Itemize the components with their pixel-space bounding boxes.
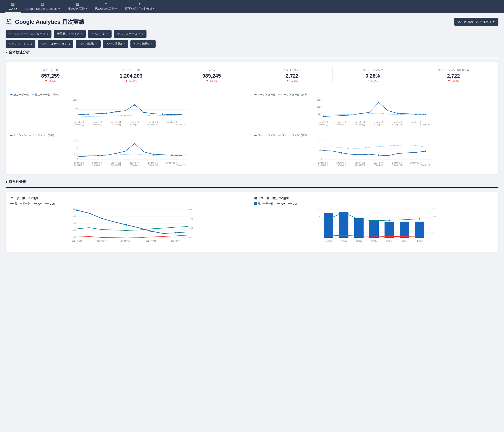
svg-point-90: [323, 150, 324, 151]
svg-text:50万: 50万: [318, 113, 322, 115]
timeseries-card: ユーザー数、CV傾向 総ユーザー数 CV CVR: [6, 192, 498, 252]
filter-source-media-label: 参照元／メディア: [57, 32, 80, 36]
user-trend-legend-cv: CV: [34, 202, 42, 205]
svg-text:2024年10月: 2024年10月: [148, 164, 159, 166]
kpi-conversion-rate-value: 0.28%: [333, 73, 412, 79]
sessions-legend-current: セッション: [10, 134, 26, 137]
facebook-ads-text: Facebook広告: [95, 7, 115, 11]
filter-page-hierarchy3[interactable]: ページ階層3 ▾: [130, 40, 156, 48]
svg-text:2024年1月: 2024年1月: [74, 162, 84, 164]
user-trend-legend-cvr: CVR: [45, 202, 55, 205]
svg-text:2024年9月: 2024年9月: [148, 162, 158, 164]
user-trend-legend-users-label: 総ユーザー数: [15, 202, 30, 205]
svg-text:月曜日: 月曜日: [341, 240, 347, 242]
google-ads-dropdown-arrow: ▾: [86, 8, 87, 10]
section-timeseries-text: 時系列分析: [9, 180, 26, 184]
svg-text:1.5万: 1.5万: [432, 216, 437, 218]
svg-text:2024年7月: 2024年7月: [129, 162, 140, 164]
bar-saturday: [415, 221, 424, 238]
google-ads-icon: ▦: [76, 2, 79, 6]
user-trend-title: ユーザー数、CV傾向: [10, 196, 250, 200]
filter-page-hierarchy1[interactable]: ページ階層1 ▾: [76, 40, 101, 48]
svg-text:2024年6月: 2024年6月: [111, 164, 121, 166]
svg-text:日曜日: 日曜日: [326, 240, 332, 242]
svg-text:0: 0: [77, 118, 78, 120]
dayofweek-legend-users-box: [254, 202, 257, 205]
nav-item-facebook-ads[interactable]: ✦ Facebook広告 ▾: [91, 0, 121, 13]
charts-grid: 総ユーザー数 総ユーザー数（前年） 100万 50万 0: [10, 93, 494, 169]
filter-page-location[interactable]: ページ ロケーション ▾: [38, 40, 73, 48]
nav-item-ga4[interactable]: ▦ GA4 ▾: [5, 1, 21, 13]
filter-event-name[interactable]: イベント名 ▾: [88, 30, 112, 38]
filter-event-name-label: イベント名: [91, 32, 105, 36]
svg-text:2024年8月: 2024年8月: [129, 164, 140, 166]
sessions-legend-prev: セッション（前年）: [29, 134, 55, 137]
svg-point-152: [404, 219, 405, 221]
user-trend-legend-cvr-label: CVR: [50, 202, 55, 205]
dayofweek-legend-users: 総ユーザー数: [254, 202, 273, 205]
svg-text:500: 500: [319, 149, 322, 151]
svg-point-148: [343, 212, 344, 213]
filter-event-name-arrow: ▾: [107, 33, 108, 35]
filter-page-title[interactable]: ページ タイトル ▾: [6, 40, 36, 48]
dayofweek-legend-cvr-line: [288, 203, 292, 204]
facebook-ads-dropdown-arrow: ▾: [116, 8, 117, 10]
svg-text:15: 15: [318, 216, 320, 218]
svg-point-7: [87, 113, 89, 115]
filter-page-location-label: ページ ロケーション: [41, 42, 67, 46]
svg-text:400: 400: [189, 218, 193, 220]
sessions-chart-svg: 150万 100万 50万 0 2: [10, 138, 250, 169]
nav-item-gsc[interactable]: ▦ Google Search Console ▾: [21, 1, 64, 13]
filter-page-hierarchy2-label: ページ階層2: [106, 42, 122, 46]
kpi-pageviews-value: 1,204,203: [92, 73, 170, 79]
users-chart-svg: 100万 50万 0: [10, 98, 250, 128]
svg-point-66: [97, 155, 98, 156]
svg-text:0: 0: [77, 158, 78, 160]
svg-text:2024年2月: 2024年2月: [318, 123, 328, 126]
kpi-conversion-lp-label: コンバージョン 着地見込み: [414, 68, 493, 72]
kpi-pageviews: ページビュー数 1,204,203 ▼ -66.6%: [91, 67, 171, 84]
svg-point-41: [378, 102, 379, 103]
users-legend-dot-current: [10, 94, 13, 95]
users-chart-legend: 総ユーザー数 総ユーザー数（前年）: [10, 93, 250, 96]
kpi-conversion-rate-label: コンバージョン率: [333, 68, 412, 72]
svg-point-91: [341, 152, 342, 154]
date-range-button[interactable]: 2024/01/01 - 2024/12/31 ▾: [454, 18, 498, 26]
date-range-arrow: ▾: [493, 20, 495, 24]
svg-text:0: 0: [321, 158, 322, 160]
page-header: atarayo Google Analytics 月次実績 2024/01/01…: [6, 18, 498, 26]
svg-point-125: [126, 224, 127, 226]
gsc-label: Google Search Console ▾: [25, 7, 60, 10]
filter-source-media[interactable]: 参照元／メディア ▾: [54, 30, 86, 38]
kpi-conversion-lp-change: ▼ -52.2%: [414, 79, 493, 82]
customer-segment-icon: ✦: [138, 2, 141, 6]
svg-text:2024年6月: 2024年6月: [355, 123, 365, 126]
svg-text:2024年12月: 2024年12月: [420, 164, 431, 166]
svg-point-93: [378, 155, 379, 156]
svg-text:150万: 150万: [317, 99, 322, 101]
svg-point-10: [115, 111, 117, 112]
svg-point-11: [125, 110, 126, 111]
filter-default-channel[interactable]: デフォルトチャネルグループ ▾: [6, 30, 52, 38]
user-trend-legend-users-line: [10, 203, 14, 204]
svg-text:2024年9月: 2024年9月: [171, 240, 180, 242]
user-trend-legend-cv-line: [34, 203, 37, 204]
nav-item-google-ads[interactable]: ▦ Google 広告 ▾: [64, 0, 91, 13]
filter-device-category[interactable]: デバイス カテゴリ ▾: [114, 30, 146, 38]
facebook-ads-label: Facebook広告 ▾: [95, 7, 117, 11]
svg-text:2024年11月: 2024年11月: [166, 121, 178, 123]
pageviews-legend-dot-prev: [278, 94, 281, 95]
filter-page-hierarchy2[interactable]: ページ階層2 ▾: [103, 40, 128, 48]
svg-text:2024年2月: 2024年2月: [318, 164, 328, 166]
nav-item-customer-segment[interactable]: ✦ 顧客セグメント分析 ▾: [121, 0, 159, 13]
svg-text:2024年7月: 2024年7月: [374, 121, 384, 123]
svg-text:2024年3月: 2024年3月: [92, 162, 102, 164]
svg-text:2024年8月: 2024年8月: [374, 123, 384, 126]
svg-text:2024年5月: 2024年5月: [111, 162, 121, 164]
svg-text:2024年11月: 2024年11月: [410, 121, 422, 123]
svg-text:100万: 100万: [73, 146, 78, 149]
svg-point-65: [79, 156, 80, 157]
dayofweek-chart: 曜日ユーザー数、CV傾向 総ユーザー数 CV CVR: [254, 196, 494, 247]
svg-text:火曜日: 火曜日: [356, 240, 362, 242]
page-title-area: atarayo Google Analytics 月次実績: [6, 18, 84, 26]
